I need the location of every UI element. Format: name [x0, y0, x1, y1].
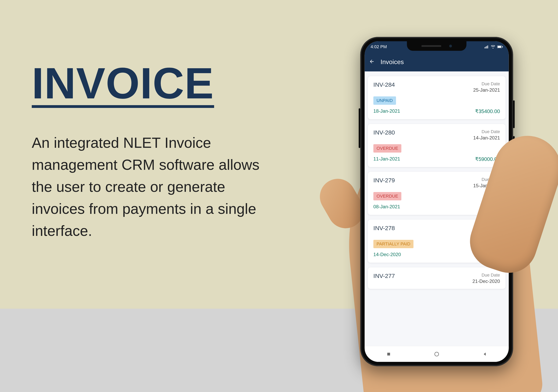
svg-rect-1 — [486, 47, 486, 48]
svg-point-8 — [435, 352, 439, 356]
svg-rect-3 — [488, 45, 488, 48]
marketing-headline: INVOICE — [32, 61, 214, 108]
nav-home-icon[interactable] — [434, 351, 439, 357]
battery-icon — [497, 45, 503, 48]
status-time: 4:02 PM — [371, 44, 387, 49]
invoice-created-date: 18-Jan-2021 — [374, 108, 473, 114]
status-badge: UNPAID — [374, 96, 396, 105]
svg-rect-2 — [487, 46, 487, 48]
due-date-label: Due Date — [473, 81, 500, 87]
invoice-id: INV-284 — [374, 81, 473, 88]
due-date-label: Due Date — [473, 129, 500, 134]
nav-back-icon[interactable] — [482, 352, 487, 357]
app-bar-title: Invoices — [381, 58, 404, 66]
invoice-card[interactable]: INV-280 Due Date 14-Jan-2021 OVERDUE 11-… — [368, 124, 506, 167]
svg-rect-7 — [387, 353, 390, 356]
invoice-due-date: 25-Jan-2021 — [473, 87, 500, 93]
invoice-card[interactable]: INV-277 Due Date 21-Dec-2020 — [368, 267, 506, 289]
signal-icon — [485, 45, 489, 48]
android-nav-bar — [365, 346, 509, 362]
invoice-id: INV-280 — [374, 129, 473, 136]
svg-rect-5 — [498, 46, 501, 48]
status-badge: OVERDUE — [374, 144, 401, 153]
hand-illustration: 4:02 PM — [280, 15, 538, 392]
invoice-amount: ₹35400.00 — [473, 108, 500, 114]
back-arrow-icon[interactable] — [369, 58, 375, 65]
wifi-icon — [491, 45, 495, 48]
svg-rect-6 — [502, 46, 503, 47]
status-badge: PARTIALLY PAID — [374, 240, 414, 248]
invoice-card[interactable]: INV-284 Due Date 25-Jan-2021 UNPAID 18-J… — [368, 76, 506, 119]
invoice-id: INV-279 — [374, 177, 473, 184]
phone-notch — [407, 41, 467, 51]
invoice-created-date: 11-Jan-2021 — [374, 156, 473, 162]
invoice-created-date: 08-Jan-2021 — [374, 204, 473, 210]
marketing-description: An integrated NLET Invoice management CR… — [32, 132, 270, 242]
due-date-label: Due Date — [472, 273, 500, 278]
nav-recent-icon[interactable] — [386, 352, 391, 357]
app-bar: Invoices — [365, 52, 509, 71]
invoice-id: INV-277 — [374, 273, 472, 279]
invoice-created-date: 14-Dec-2020 — [374, 252, 472, 258]
status-badge: OVERDUE — [374, 192, 401, 200]
invoice-due-date: 14-Jan-2021 — [473, 135, 500, 141]
svg-rect-0 — [485, 47, 485, 48]
invoice-id: INV-278 — [374, 225, 472, 232]
invoice-due-date: 21-Dec-2020 — [472, 279, 500, 284]
